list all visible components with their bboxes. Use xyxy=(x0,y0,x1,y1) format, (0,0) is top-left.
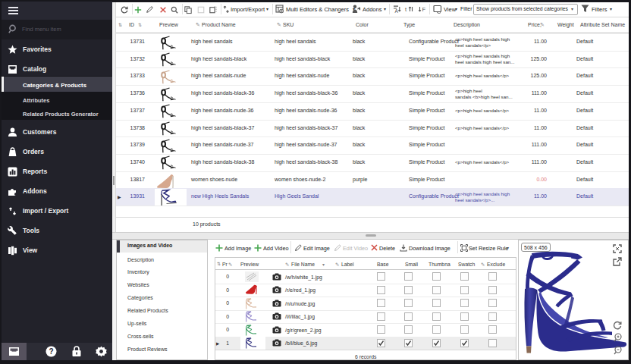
svg-text:?: ? xyxy=(49,347,53,356)
svg-text:F: F xyxy=(422,6,426,13)
svg-text:t: t xyxy=(405,6,407,13)
svg-text:A: A xyxy=(395,8,399,14)
